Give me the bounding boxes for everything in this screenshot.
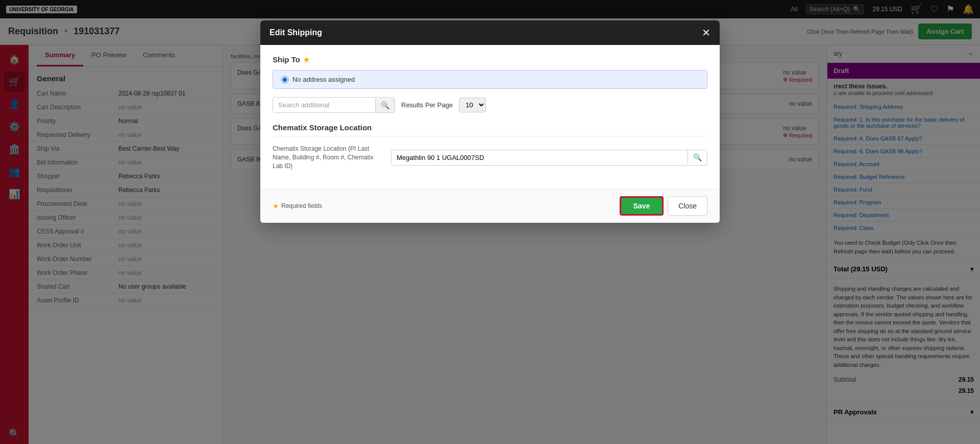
edit-shipping-modal: Edit Shipping ✕ Ship To ★ No address ass… <box>260 20 720 223</box>
storage-input-wrap: 🔍 <box>391 150 707 166</box>
modal-body: Ship To ★ No address assigned 🔍 Results … <box>260 45 720 189</box>
ship-to-star: ★ <box>303 56 310 64</box>
modal-title: Edit Shipping <box>270 28 322 37</box>
search-additional-input[interactable] <box>273 98 375 112</box>
required-star-icon: ★ <box>273 202 279 210</box>
storage-section-title: Chematix Storage Location <box>273 123 707 136</box>
ship-to-label: Ship To ★ <box>273 55 707 64</box>
storage-field-label: Chematix Storage Location (PI Last Name,… <box>273 145 385 170</box>
modal-close-button[interactable]: ✕ <box>702 28 710 38</box>
search-additional-button[interactable]: 🔍 <box>375 98 395 112</box>
results-per-page-label: Results Per Page <box>401 101 453 109</box>
no-address-radio[interactable] <box>281 76 288 83</box>
no-address-row: No address assigned <box>273 70 707 89</box>
modal-footer: ★ Required fields Save Close <box>260 189 720 223</box>
search-row: 🔍 Results Per Page 10 25 50 <box>273 97 707 113</box>
required-fields-note: ★ Required fields <box>273 202 322 210</box>
storage-location-input[interactable] <box>391 150 688 165</box>
close-button[interactable]: Close <box>668 196 707 216</box>
storage-search-button[interactable]: 🔍 <box>688 150 707 165</box>
modal-header: Edit Shipping ✕ <box>260 20 720 45</box>
no-address-label: No address assigned <box>292 76 355 83</box>
modal-overlay: Edit Shipping ✕ Ship To ★ No address ass… <box>0 0 980 444</box>
save-button[interactable]: Save <box>620 196 664 216</box>
storage-row: Chematix Storage Location (PI Last Name,… <box>273 145 707 170</box>
results-per-page-select[interactable]: 10 25 50 <box>459 98 486 112</box>
search-input-wrap: 🔍 <box>273 97 395 113</box>
footer-buttons: Save Close <box>620 196 708 216</box>
